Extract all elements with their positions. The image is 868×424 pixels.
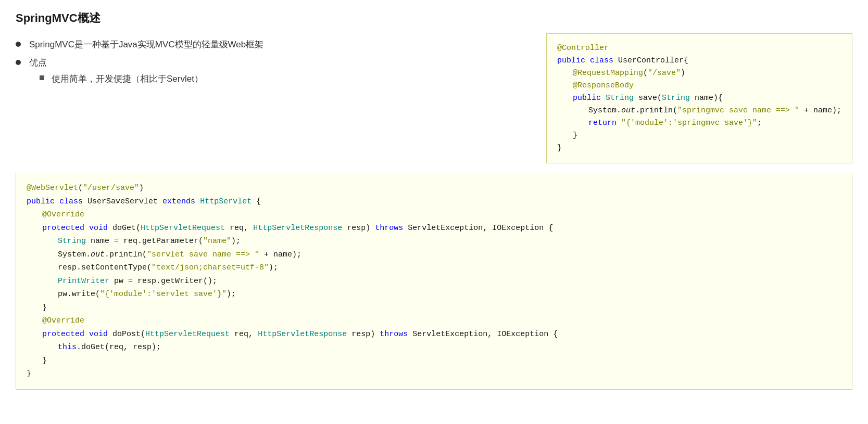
bottom-code-box: @WebServlet("/user/save") public class U… <box>16 173 852 390</box>
right-code-box: @Controller public class UserController{… <box>546 33 852 163</box>
bottom-line-2: public class UserSaveServlet extends Htt… <box>27 195 841 209</box>
bottom-line-14: } <box>27 354 841 368</box>
main-content: SpringMVC是一种基于Java实现MVC模型的轻量级Web框架 优点 使用… <box>16 38 852 169</box>
right-code-line-3: @RequestMapping("/save") <box>557 67 841 80</box>
bullet-item-1: SpringMVC是一种基于Java实现MVC模型的轻量级Web框架 <box>16 38 541 50</box>
bottom-line-7: resp.setContentType("text/json;charset=u… <box>27 261 841 275</box>
page-title: SpringMVC概述 <box>16 10 852 26</box>
bottom-line-6: System.out.println("servlet save name ==… <box>27 248 841 262</box>
sub-bullet-item-1: 使用简单，开发便捷（相比于Servlet） <box>40 73 203 85</box>
right-code-line-2: public class UserController{ <box>557 55 841 67</box>
bullet-dot-2 <box>16 60 21 65</box>
bottom-line-11: @Override <box>27 314 841 328</box>
bottom-line-13: this.doGet(req, resp); <box>27 341 841 354</box>
bullet-text-2: 优点 <box>29 58 47 68</box>
bottom-line-9: pw.write("{'module':'servlet save'}"); <box>27 288 841 301</box>
right-code-line-1: @Controller <box>557 42 841 55</box>
bullet-item-2-content: 优点 使用简单，开发便捷（相比于Servlet） <box>29 57 203 89</box>
right-code-line-6: System.out.println("springmvc save name … <box>557 105 841 117</box>
sub-bullet-text-1: 使用简单，开发便捷（相比于Servlet） <box>52 73 203 85</box>
bullet-dot-1 <box>16 42 21 47</box>
bullet-item-2: 优点 使用简单，开发便捷（相比于Servlet） <box>16 57 541 89</box>
right-code-line-4: @ResponseBody <box>557 80 841 92</box>
bottom-line-3: @Override <box>27 208 841 222</box>
bottom-line-12: protected void doPost(HttpServletRequest… <box>27 328 841 341</box>
bullet-list: SpringMVC是一种基于Java实现MVC模型的轻量级Web框架 优点 使用… <box>16 38 541 89</box>
right-code-line-5: public String save(String name){ <box>557 92 841 105</box>
bottom-line-8: PrintWriter pw = resp.getWriter(); <box>27 275 841 288</box>
bottom-line-5: String name = req.getParameter("name"); <box>27 235 841 248</box>
bottom-line-15: } <box>27 367 841 381</box>
sub-bullet-square <box>40 75 44 80</box>
right-code-line-7: return "{'module':'springmvc save'}"; <box>557 117 841 130</box>
bottom-line-10: } <box>27 301 841 315</box>
sub-bullet-list: 使用简单，开发便捷（相比于Servlet） <box>40 73 203 85</box>
left-section: SpringMVC是一种基于Java实现MVC模型的轻量级Web框架 优点 使用… <box>16 38 541 97</box>
bullet-text-1: SpringMVC是一种基于Java实现MVC模型的轻量级Web框架 <box>29 38 263 50</box>
right-code-line-8: } <box>557 130 841 142</box>
right-code-line-9: } <box>557 142 841 155</box>
bottom-line-4: protected void doGet(HttpServletRequest … <box>27 222 841 235</box>
bottom-line-1: @WebServlet("/user/save") <box>27 182 841 195</box>
